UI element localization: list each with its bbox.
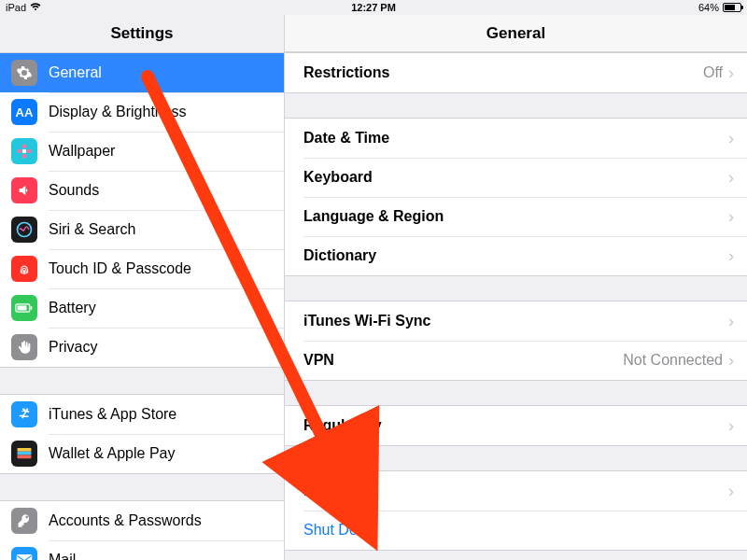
wifi-icon	[30, 2, 41, 13]
detail-row-label: Regulatory	[303, 417, 728, 434]
detail-row-restrictions[interactable]: RestrictionsOff›	[285, 53, 747, 92]
detail-row-itunes-wi-fi-sync[interactable]: iTunes Wi-Fi Sync›	[285, 301, 747, 341]
mail-icon	[11, 547, 37, 560]
sidebar-item-itunes-app-store[interactable]: iTunes & App Store	[0, 395, 284, 434]
sidebar-item-mail[interactable]: Mail	[0, 540, 284, 560]
sidebar-item-label: Accounts & Passwords	[49, 512, 202, 529]
sidebar-item-label: Wallet & Apple Pay	[49, 445, 175, 462]
chevron-right-icon: ›	[728, 247, 734, 264]
sidebar-item-label: Touch ID & Passcode	[49, 260, 191, 277]
svg-point-4	[27, 149, 32, 154]
appstore-icon	[11, 401, 37, 427]
sidebar-item-touch-id-passcode[interactable]: Touch ID & Passcode	[0, 249, 284, 288]
AA-icon: AA	[11, 99, 37, 125]
detail-row-label: Reset	[303, 483, 728, 499]
key-icon	[11, 508, 37, 534]
detail-row-reset[interactable]: Reset›	[285, 471, 747, 511]
detail-row-dictionary[interactable]: Dictionary›	[285, 236, 747, 275]
detail-row-value: Off	[703, 64, 723, 81]
chevron-right-icon: ›	[728, 64, 734, 81]
svg-rect-8	[18, 306, 27, 311]
detail-row-label: Date & Time	[303, 130, 728, 147]
sidebar-item-label: Privacy	[49, 339, 97, 356]
detail-row-vpn[interactable]: VPNNot Connected›	[285, 341, 747, 380]
sidebar-item-label: Battery	[49, 300, 96, 316]
detail-row-label: iTunes Wi-Fi Sync	[303, 313, 728, 329]
detail-title-label: General	[486, 24, 545, 43]
svg-rect-9	[18, 448, 32, 452]
chevron-right-icon: ›	[728, 130, 734, 147]
flower-icon	[11, 138, 37, 164]
chevron-right-icon: ›	[728, 352, 734, 369]
fingerprint-icon	[11, 256, 37, 282]
sidebar-item-wallpaper[interactable]: Wallpaper	[0, 132, 284, 171]
detail-row-date-time[interactable]: Date & Time›	[285, 119, 747, 158]
detail-row-value: Not Connected	[623, 352, 723, 369]
chevron-right-icon: ›	[728, 208, 734, 225]
chevron-right-icon: ›	[728, 417, 734, 434]
settings-sidebar: Settings GeneralAADisplay & BrightnessWa…	[0, 15, 285, 560]
detail-row-label: Language & Region	[303, 208, 728, 225]
sidebar-item-label: Mail	[49, 552, 76, 560]
detail-row-keyboard[interactable]: Keyboard›	[285, 158, 747, 197]
sidebar-item-display-brightness[interactable]: AADisplay & Brightness	[0, 92, 284, 132]
hand-icon	[11, 334, 37, 360]
svg-rect-10	[18, 452, 32, 455]
sidebar-item-label: Display & Brightness	[49, 104, 187, 120]
sidebar-item-sounds[interactable]: Sounds	[0, 171, 284, 210]
detail-row-language-region[interactable]: Language & Region›	[285, 197, 747, 236]
siri-icon	[11, 217, 37, 243]
device-label: iPad	[6, 2, 26, 13]
detail-row-label: Dictionary	[303, 247, 728, 264]
wallet-icon	[11, 441, 37, 467]
detail-title: General	[285, 15, 747, 52]
chevron-right-icon: ›	[728, 169, 734, 186]
detail-row-label: Keyboard	[303, 169, 728, 186]
sidebar-title: Settings	[0, 15, 284, 52]
sidebar-item-privacy[interactable]: Privacy	[0, 328, 284, 367]
sidebar-item-general[interactable]: General	[0, 53, 284, 92]
detail-row-label: VPN	[303, 352, 623, 369]
svg-point-0	[22, 149, 27, 154]
battery-icon	[723, 3, 741, 12]
sidebar-item-label: iTunes & App Store	[49, 406, 176, 423]
sidebar-item-label: General	[49, 64, 102, 81]
detail-row-shut-down[interactable]: Shut Down	[285, 511, 747, 550]
gear-icon	[11, 60, 37, 86]
sidebar-title-label: Settings	[110, 24, 173, 43]
sidebar-item-wallet-apple-pay[interactable]: Wallet & Apple Pay	[0, 434, 284, 473]
sidebar-item-accounts-passwords[interactable]: Accounts & Passwords	[0, 501, 284, 540]
sidebar-item-label: Siri & Search	[49, 221, 135, 238]
sidebar-item-battery[interactable]: Battery	[0, 288, 284, 328]
clock: 12:27 PM	[251, 2, 497, 13]
svg-point-1	[22, 145, 27, 149]
detail-row-label: Shut Down	[303, 522, 734, 539]
status-bar: iPad 12:27 PM 64%	[0, 0, 747, 15]
svg-point-3	[18, 149, 22, 154]
speaker-icon	[11, 177, 37, 203]
svg-rect-11	[18, 455, 32, 459]
sidebar-item-label: Sounds	[49, 182, 99, 199]
detail-row-regulatory[interactable]: Regulatory›	[285, 406, 747, 445]
chevron-right-icon: ›	[728, 483, 734, 499]
svg-rect-7	[31, 306, 33, 309]
chevron-right-icon: ›	[728, 313, 734, 329]
battery-icon	[11, 295, 37, 321]
detail-row-label: Restrictions	[303, 64, 703, 81]
svg-point-2	[22, 154, 27, 159]
sidebar-item-siri-search[interactable]: Siri & Search	[0, 210, 284, 249]
battery-percent: 64%	[698, 2, 719, 13]
settings-detail: General RestrictionsOff›Date & Time›Keyb…	[285, 15, 747, 560]
sidebar-item-label: Wallpaper	[49, 143, 115, 160]
